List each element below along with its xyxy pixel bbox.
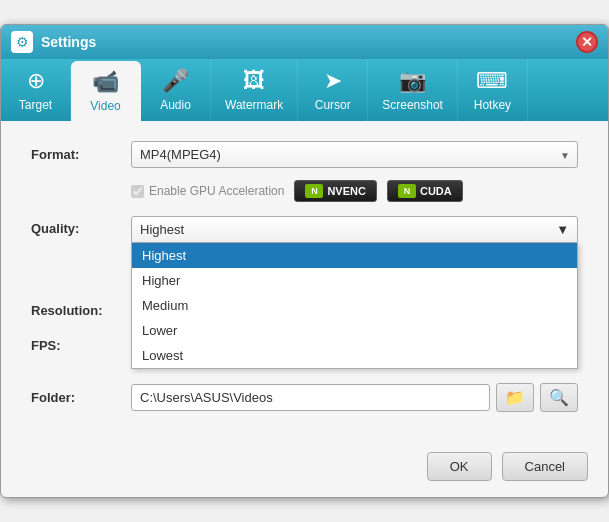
quality-row: Quality: Highest ▼ Highest Higher Medium… (31, 216, 578, 243)
ok-button[interactable]: OK (427, 452, 492, 481)
quality-dropdown-list: Highest Higher Medium Lower Lowest (131, 243, 578, 369)
hotkey-icon: ⌨ (476, 68, 508, 94)
gpu-checkbox[interactable] (131, 185, 144, 198)
cursor-icon: ➤ (324, 68, 342, 94)
tab-cursor-label: Cursor (315, 98, 351, 112)
cancel-button[interactable]: Cancel (502, 452, 588, 481)
format-control: MP4(MPEG4) (131, 141, 578, 168)
nvenc-label: NVENC (327, 185, 366, 197)
content-area: Format: MP4(MPEG4) Enable GPU Accelerati… (1, 121, 608, 442)
quality-select-header[interactable]: Highest ▼ (131, 216, 578, 243)
quality-option-lower[interactable]: Lower (132, 318, 577, 343)
format-row: Format: MP4(MPEG4) (31, 141, 578, 168)
tab-target[interactable]: ⊕ Target (1, 59, 71, 121)
gpu-checkbox-label[interactable]: Enable GPU Acceleration (131, 184, 284, 198)
quality-option-higher[interactable]: Higher (132, 268, 577, 293)
gpu-row-inner: Enable GPU Acceleration N NVENC N CUDA (131, 180, 578, 202)
video-icon: 📹 (92, 69, 119, 95)
quality-label: Quality: (31, 216, 131, 236)
nvenc-button[interactable]: N NVENC (294, 180, 377, 202)
title-bar-left: ⚙ Settings (11, 31, 96, 53)
nvenc-icon: N (305, 184, 323, 198)
close-button[interactable]: ✕ (576, 31, 598, 53)
folder-label: Folder: (31, 390, 131, 405)
format-select[interactable]: MP4(MPEG4) (131, 141, 578, 168)
resolution-label: Resolution: (31, 303, 131, 318)
format-label: Format: (31, 147, 131, 162)
tab-audio-label: Audio (160, 98, 191, 112)
tab-screenshot-label: Screenshot (382, 98, 443, 112)
settings-icon: ⚙ (11, 31, 33, 53)
footer: OK Cancel (1, 442, 608, 497)
folder-input[interactable] (131, 384, 490, 411)
tab-watermark[interactable]: 🖼 Watermark (211, 59, 298, 121)
quality-control: Highest ▼ Highest Higher Medium Lower Lo… (131, 216, 578, 243)
target-icon: ⊕ (27, 68, 45, 94)
gpu-controls: Enable GPU Acceleration N NVENC N CUDA (131, 174, 578, 202)
title-bar: ⚙ Settings ✕ (1, 25, 608, 59)
quality-current-value: Highest (140, 222, 184, 237)
tab-watermark-label: Watermark (225, 98, 283, 112)
cuda-label: CUDA (420, 185, 452, 197)
cuda-icon: N (398, 184, 416, 198)
quality-dropdown-arrow: ▼ (556, 222, 569, 237)
format-select-wrapper: MP4(MPEG4) (131, 141, 578, 168)
quality-option-highest[interactable]: Highest (132, 243, 577, 268)
tab-screenshot[interactable]: 📷 Screenshot (368, 59, 458, 121)
tab-hotkey-label: Hotkey (474, 98, 511, 112)
folder-search-button[interactable]: 🔍 (540, 383, 578, 412)
quality-option-medium[interactable]: Medium (132, 293, 577, 318)
settings-window: ⚙ Settings ✕ ⊕ Target 📹 Video 🎤 Audio 🖼 … (0, 24, 609, 498)
tab-bar: ⊕ Target 📹 Video 🎤 Audio 🖼 Watermark ➤ C… (1, 59, 608, 121)
folder-row: Folder: 📁 🔍 (31, 383, 578, 412)
folder-control: 📁 🔍 (131, 383, 578, 412)
quality-option-lowest[interactable]: Lowest (132, 343, 577, 368)
tab-hotkey[interactable]: ⌨ Hotkey (458, 59, 528, 121)
watermark-icon: 🖼 (243, 68, 265, 94)
screenshot-icon: 📷 (399, 68, 426, 94)
tab-video-label: Video (90, 99, 120, 113)
fps-label: FPS: (31, 338, 131, 353)
folder-row-inner: 📁 🔍 (131, 383, 578, 412)
audio-icon: 🎤 (162, 68, 189, 94)
gpu-checkbox-text: Enable GPU Acceleration (149, 184, 284, 198)
tab-audio[interactable]: 🎤 Audio (141, 59, 211, 121)
tab-cursor[interactable]: ➤ Cursor (298, 59, 368, 121)
cuda-button[interactable]: N CUDA (387, 180, 463, 202)
tab-target-label: Target (19, 98, 52, 112)
window-title: Settings (41, 34, 96, 50)
tab-video[interactable]: 📹 Video (71, 61, 141, 121)
folder-browse-button[interactable]: 📁 (496, 383, 534, 412)
gpu-row: Enable GPU Acceleration N NVENC N CUDA (31, 174, 578, 202)
quality-dropdown: Highest ▼ Highest Higher Medium Lower Lo… (131, 216, 578, 243)
